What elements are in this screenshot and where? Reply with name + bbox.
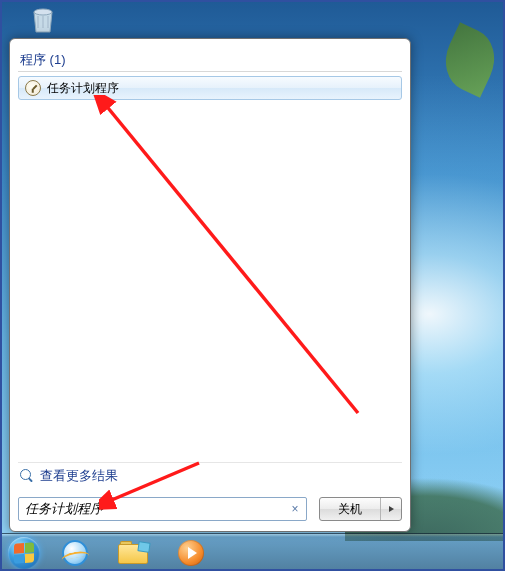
svg-point-0	[34, 9, 52, 15]
chevron-right-icon	[388, 505, 395, 513]
search-result-task-scheduler[interactable]: 任务计划程序	[18, 76, 402, 100]
shutdown-button[interactable]: 关机	[320, 498, 381, 520]
search-icon	[20, 469, 34, 483]
search-input-value: 任务计划程序	[25, 500, 288, 518]
taskbar	[0, 533, 505, 571]
start-button[interactable]	[4, 536, 44, 570]
taskbar-file-explorer[interactable]	[106, 537, 160, 569]
taskbar-internet-explorer[interactable]	[48, 537, 102, 569]
programs-section-header: 程序 (1)	[18, 47, 402, 72]
recycle-bin-icon[interactable]	[24, 4, 62, 36]
search-input[interactable]: 任务计划程序 ×	[18, 497, 307, 521]
start-menu-results-body	[18, 100, 402, 460]
windows-orb-icon	[8, 537, 40, 569]
file-explorer-icon	[118, 542, 148, 564]
search-result-label: 任务计划程序	[47, 80, 119, 97]
clear-search-icon[interactable]: ×	[288, 502, 302, 516]
taskbar-media-player[interactable]	[164, 537, 218, 569]
shutdown-label: 关机	[338, 501, 362, 518]
task-scheduler-icon	[25, 80, 41, 96]
internet-explorer-icon	[62, 540, 88, 566]
start-menu: 程序 (1) 任务计划程序 查看更多结果 任务计划程序 × 关机	[9, 38, 411, 532]
media-player-icon	[178, 540, 204, 566]
shutdown-options-button[interactable]	[381, 498, 401, 520]
shutdown-split-button: 关机	[319, 497, 402, 521]
see-more-label: 查看更多结果	[40, 467, 118, 485]
see-more-results[interactable]: 查看更多结果	[18, 462, 402, 489]
